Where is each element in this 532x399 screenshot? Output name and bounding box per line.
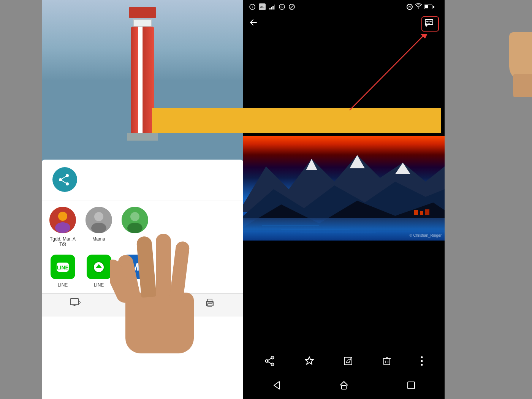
svg-line-53 xyxy=(267,361,272,364)
svg-line-3 xyxy=(60,176,67,180)
status-bar: i XL N xyxy=(243,0,445,13)
contact-avatar-3 xyxy=(122,207,148,233)
print-button[interactable] xyxy=(176,294,243,317)
svg-point-34 xyxy=(426,25,427,27)
back-button[interactable] xyxy=(249,18,258,30)
contact-avatar-2 xyxy=(86,207,112,233)
svg-rect-46 xyxy=(414,210,418,215)
info-icon: i xyxy=(249,3,256,10)
svg-rect-48 xyxy=(425,209,429,215)
simple-sharing-row[interactable] xyxy=(42,160,243,201)
star-button[interactable] xyxy=(304,356,315,366)
cast-button-wrapper xyxy=(421,16,439,32)
svg-point-32 xyxy=(418,8,419,9)
nearby-sharing-icon xyxy=(137,298,148,310)
app-icon-m: M xyxy=(123,255,147,279)
svg-point-62 xyxy=(421,360,423,362)
yellow-banner xyxy=(152,108,441,133)
navigation-bar xyxy=(243,374,445,399)
no-symbol-icon xyxy=(288,3,295,10)
share-button[interactable] xyxy=(265,356,276,366)
top-nav-bar xyxy=(243,13,445,34)
nearby-sharing-button[interactable] xyxy=(109,294,176,317)
svg-line-52 xyxy=(267,358,272,361)
line-app-icon-2 xyxy=(87,255,111,279)
location-info xyxy=(243,246,445,248)
list-item[interactable]: M M xyxy=(120,255,150,288)
app-name-3: M xyxy=(133,282,137,288)
svg-rect-17 xyxy=(70,299,79,305)
svg-point-61 xyxy=(421,356,423,358)
tower-light xyxy=(133,19,152,27)
share-panel: Tgdd. Mar. ATốt Mama xyxy=(42,160,243,317)
gray-border-right xyxy=(445,0,532,399)
delete-button[interactable] xyxy=(382,356,392,366)
svg-point-20 xyxy=(141,302,144,304)
svg-point-24 xyxy=(212,302,213,304)
wifi-icon xyxy=(415,3,422,10)
smart-view-icon xyxy=(70,298,81,310)
tower-top xyxy=(129,7,156,18)
home-nav-button[interactable] xyxy=(339,380,349,393)
svg-marker-54 xyxy=(305,357,314,364)
battery-icon xyxy=(424,5,434,9)
svg-point-29 xyxy=(282,6,282,7)
recents-nav-button[interactable] xyxy=(406,380,416,393)
back-nav-button[interactable] xyxy=(272,380,282,393)
contact-avatar-1 xyxy=(49,207,76,233)
app-name-2: LINE xyxy=(94,282,104,288)
copyright-text: © Christian_Ringer xyxy=(409,233,442,238)
edit-button[interactable] xyxy=(343,356,353,366)
disc-icon xyxy=(279,3,285,10)
svg-rect-55 xyxy=(344,357,352,365)
svg-line-31 xyxy=(290,5,294,9)
list-item[interactable] xyxy=(120,207,150,247)
list-item[interactable]: LINE xyxy=(84,255,114,288)
lighthouse-photo xyxy=(42,0,243,162)
landscape-photo: © Christian_Ringer xyxy=(243,136,445,241)
svg-line-4 xyxy=(60,180,67,184)
svg-point-10 xyxy=(91,223,106,233)
left-phone-screen: Tgdd. Mar. ATốt Mama xyxy=(42,0,243,399)
contacts-row: Tgdd. Mar. ATốt Mama xyxy=(42,201,243,253)
status-icons-left: i XL xyxy=(249,3,295,10)
nfc-icon: N xyxy=(407,4,413,10)
svg-point-7 xyxy=(55,222,70,233)
svg-rect-65 xyxy=(342,385,346,389)
more-options-button[interactable] xyxy=(421,356,423,366)
status-icons-right: N xyxy=(407,3,439,10)
svg-text:i: i xyxy=(252,5,253,9)
photo-toolbar xyxy=(243,350,445,372)
gray-border-left xyxy=(0,0,42,399)
list-item[interactable]: Tgdd. Mar. ATốt xyxy=(48,207,78,247)
list-item[interactable]: LINE LINE xyxy=(48,255,78,288)
app-name-1: LINE xyxy=(58,282,68,288)
svg-point-12 xyxy=(130,212,139,221)
tower-base xyxy=(127,133,158,141)
tower-body xyxy=(131,27,154,133)
apps-row: LINE LINE LINE M M xyxy=(42,253,243,293)
svg-point-13 xyxy=(127,223,142,233)
svg-rect-66 xyxy=(408,382,415,389)
svg-rect-56 xyxy=(384,359,390,365)
xl-icon: XL xyxy=(259,3,266,10)
line-app-icon-1: LINE xyxy=(51,255,75,279)
simple-sharing-icon[interactable] xyxy=(52,167,77,192)
svg-point-9 xyxy=(94,212,103,221)
contact-name-1: Tgdd. Mar. ATốt xyxy=(50,236,76,247)
smart-view-button[interactable] xyxy=(42,294,109,317)
bottom-actions-bar xyxy=(42,293,243,317)
svg-text:LINE: LINE xyxy=(57,264,69,271)
svg-marker-64 xyxy=(274,382,279,389)
svg-point-63 xyxy=(421,364,423,366)
svg-rect-47 xyxy=(420,211,423,215)
right-phone-screen: i XL N xyxy=(243,0,445,399)
simple-sharing-icon-wrapper[interactable] xyxy=(49,167,80,195)
svg-point-6 xyxy=(58,212,67,221)
contact-name-2: Mama xyxy=(92,236,105,242)
cast-button[interactable] xyxy=(425,19,435,29)
signal-icon xyxy=(269,3,276,10)
list-item[interactable]: Mama xyxy=(84,207,114,247)
print-icon xyxy=(204,298,215,310)
